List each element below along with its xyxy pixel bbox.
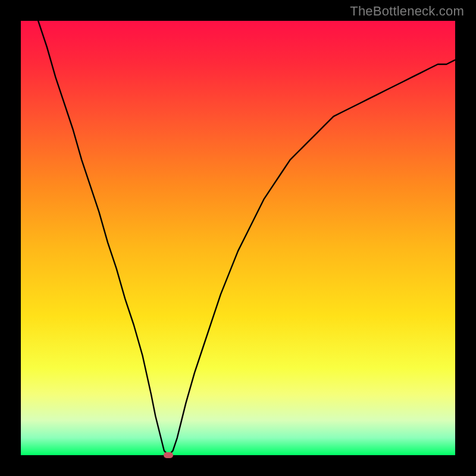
chart-frame: TheBottleneck.com (0, 0, 476, 476)
minimum-marker (164, 452, 173, 458)
bottleneck-curve (21, 21, 455, 455)
plot-area (21, 21, 455, 455)
watermark-text: TheBottleneck.com (350, 4, 464, 19)
